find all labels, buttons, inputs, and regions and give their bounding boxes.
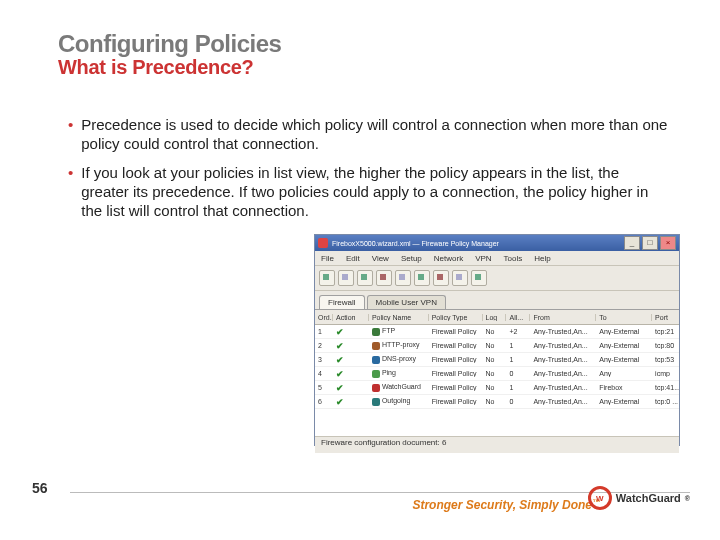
cell-all: 0 <box>506 398 530 405</box>
policy-icon <box>372 370 380 378</box>
title-block: Configuring Policies What is Precedence? <box>58 30 281 79</box>
toolbar-button[interactable] <box>357 270 373 286</box>
tab-mobile-vpn[interactable]: Mobile User VPN <box>367 295 446 309</box>
table-row[interactable]: 1✔FTPFirewall PolicyNo+2Any-Trusted,An..… <box>315 325 679 339</box>
col-order[interactable]: Ord... <box>315 314 333 321</box>
cell-port: icmp <box>652 370 679 377</box>
toolbar-button[interactable] <box>395 270 411 286</box>
policy-icon <box>372 398 380 406</box>
cell-from: Any-Trusted,An... <box>530 328 596 335</box>
policy-icon <box>372 356 380 364</box>
toolbar-button[interactable] <box>471 270 487 286</box>
table-row[interactable]: 6✔OutgoingFirewall PolicyNo0Any-Trusted,… <box>315 395 679 409</box>
bullet-item: • If you look at your policies in list v… <box>58 163 670 220</box>
cell-policy-type: Firewall Policy <box>429 328 483 335</box>
bullet-text: Precedence is used to decide which polic… <box>81 115 670 153</box>
check-icon: ✔ <box>336 327 344 337</box>
policy-table: Ord... Action Policy Name Policy Type Lo… <box>315 310 679 436</box>
tab-bar: Firewall Mobile User VPN <box>315 291 679 310</box>
menu-item[interactable]: Network <box>434 254 463 263</box>
toolbar-button[interactable] <box>376 270 392 286</box>
maximize-button[interactable]: □ <box>642 236 658 250</box>
col-to[interactable]: To <box>596 314 652 321</box>
table-row[interactable]: 2✔HTTP-proxyFirewall PolicyNo1Any-Truste… <box>315 339 679 353</box>
policy-icon <box>372 384 380 392</box>
tab-firewall[interactable]: Firewall <box>319 295 365 309</box>
minimize-button[interactable]: _ <box>624 236 640 250</box>
bullet-item: • Precedence is used to decide which pol… <box>58 115 670 153</box>
toolbar-button[interactable] <box>414 270 430 286</box>
col-policy-name[interactable]: Policy Name <box>369 314 429 321</box>
toolbar-button[interactable] <box>452 270 468 286</box>
menu-item[interactable]: Help <box>534 254 550 263</box>
table-header: Ord... Action Policy Name Policy Type Lo… <box>315 310 679 325</box>
cell-port: tcp:21 <box>652 328 679 335</box>
check-icon: ✔ <box>336 383 344 393</box>
window-title: FireboxX5000.wizard.xml — Fireware Polic… <box>332 240 499 247</box>
cell-policy-type: Firewall Policy <box>429 356 483 363</box>
policy-icon <box>372 328 380 336</box>
cell-order: 3 <box>315 356 333 363</box>
col-from[interactable]: From <box>530 314 596 321</box>
table-row[interactable]: 4✔PingFirewall PolicyNo0Any-Trusted,An..… <box>315 367 679 381</box>
cell-order: 5 <box>315 384 333 391</box>
menu-item[interactable]: VPN <box>475 254 491 263</box>
cell-action: ✔ <box>333 341 369 351</box>
cell-port: tcp:0 ... <box>652 398 679 405</box>
check-icon: ✔ <box>336 397 344 407</box>
close-button[interactable]: × <box>660 236 676 250</box>
col-port[interactable]: Port <box>652 314 679 321</box>
col-policy-type[interactable]: Policy Type <box>429 314 483 321</box>
slide-footer: 56 Stronger Security, Simply Done™ Watch… <box>30 492 690 522</box>
cell-all: 1 <box>506 356 530 363</box>
tagline-text: Stronger Security, Simply Done <box>412 498 592 512</box>
bullet-icon: • <box>68 115 73 135</box>
cell-from: Any-Trusted,An... <box>530 370 596 377</box>
menu-item[interactable]: Tools <box>504 254 523 263</box>
cell-policy-name: FTP <box>369 327 429 335</box>
policy-icon <box>372 342 380 350</box>
bullet-text: If you look at your policies in list vie… <box>81 163 670 220</box>
table-row[interactable]: 3✔DNS-proxyFirewall PolicyNo1Any-Trusted… <box>315 353 679 367</box>
cell-port: tcp:80 <box>652 342 679 349</box>
menu-item[interactable]: File <box>321 254 334 263</box>
registered-icon: ® <box>685 495 690 502</box>
window-titlebar[interactable]: FireboxX5000.wizard.xml — Fireware Polic… <box>315 235 679 251</box>
cell-to: Any <box>596 370 652 377</box>
check-icon: ✔ <box>336 355 344 365</box>
col-all[interactable]: All... <box>506 314 530 321</box>
cell-from: Any-Trusted,An... <box>530 398 596 405</box>
cell-log: No <box>483 370 507 377</box>
cell-to: Any-External <box>596 328 652 335</box>
cell-policy-type: Firewall Policy <box>429 384 483 391</box>
cell-policy-name: DNS-proxy <box>369 355 429 363</box>
cell-log: No <box>483 342 507 349</box>
menu-item[interactable]: View <box>372 254 389 263</box>
logo-ring-icon <box>588 486 612 510</box>
slide: Configuring Policies What is Precedence?… <box>0 0 720 540</box>
menu-item[interactable]: Edit <box>346 254 360 263</box>
brand-logo: WatchGuard® <box>588 486 690 510</box>
cell-from: Any-Trusted,An... <box>530 384 596 391</box>
toolbar-button[interactable] <box>433 270 449 286</box>
col-log[interactable]: Log <box>483 314 507 321</box>
cell-action: ✔ <box>333 397 369 407</box>
policy-manager-window: FireboxX5000.wizard.xml — Fireware Polic… <box>314 234 680 446</box>
cell-port: tcp:41... <box>652 384 679 391</box>
menu-item[interactable]: Setup <box>401 254 422 263</box>
tagline: Stronger Security, Simply Done™ <box>412 498 600 512</box>
cell-log: No <box>483 398 507 405</box>
cell-policy-type: Firewall Policy <box>429 398 483 405</box>
toolbar-button[interactable] <box>338 270 354 286</box>
cell-policy-type: Firewall Policy <box>429 370 483 377</box>
slide-title: Configuring Policies <box>58 30 281 58</box>
bullet-icon: • <box>68 163 73 183</box>
table-row[interactable]: 5✔WatchGuardFirewall PolicyNo1Any-Truste… <box>315 381 679 395</box>
col-action[interactable]: Action <box>333 314 369 321</box>
menu-bar: File Edit View Setup Network VPN Tools H… <box>315 251 679 266</box>
cell-to: Any-External <box>596 398 652 405</box>
cell-action: ✔ <box>333 355 369 365</box>
toolbar <box>315 266 679 291</box>
toolbar-button[interactable] <box>319 270 335 286</box>
page-number: 56 <box>32 480 48 496</box>
